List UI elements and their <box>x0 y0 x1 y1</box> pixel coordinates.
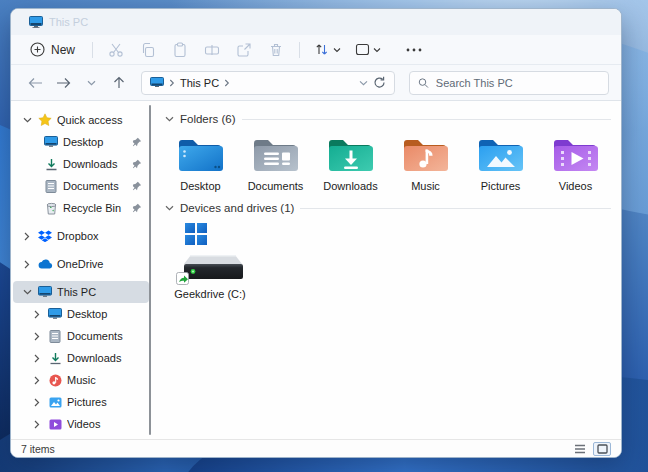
sidebar-item-quick-access[interactable]: Quick access <box>13 109 149 131</box>
folder-label: Videos <box>559 180 592 192</box>
onedrive-cloud-icon <box>38 259 53 269</box>
plus-circle-icon <box>30 42 45 57</box>
folder-tile-videos[interactable]: Videos <box>540 133 611 192</box>
see-more-icon <box>406 48 422 52</box>
sidebar-item-documents-pinned[interactable]: Documents <box>13 175 149 197</box>
items-count: 7 items <box>21 443 55 455</box>
sidebar-item-recycle-bin[interactable]: Recycle Bin <box>13 197 149 219</box>
chevron-right-icon <box>34 332 40 341</box>
toolbar-separator <box>299 42 300 58</box>
refresh-icon[interactable] <box>373 76 386 89</box>
copy-button[interactable] <box>133 39 163 61</box>
title-bar[interactable]: This PC <box>11 9 621 35</box>
window-title: This PC <box>49 16 88 28</box>
sidebar-scrollbar[interactable] <box>149 105 151 435</box>
sidebar-item-downloads[interactable]: Downloads <box>13 347 149 369</box>
folder-label: Documents <box>248 180 304 192</box>
address-bar[interactable]: This PC <box>141 71 395 95</box>
forward-button[interactable] <box>51 71 75 95</box>
chevron-down-icon <box>373 47 381 53</box>
recycle-bin-icon <box>46 202 57 215</box>
thumbnail-view-icon <box>597 444 608 454</box>
dropbox-icon <box>38 230 52 242</box>
chevron-right-icon <box>24 232 30 241</box>
sidebar-item-desktop-pinned[interactable]: Desktop <box>13 131 149 153</box>
chevron-down-icon <box>165 116 174 122</box>
sidebar-item-label: Pictures <box>67 396 143 408</box>
share-button[interactable] <box>229 39 259 61</box>
sidebar-item-videos[interactable]: Videos <box>13 413 149 435</box>
rename-button[interactable] <box>197 39 227 61</box>
folder-tile-pictures[interactable]: Pictures <box>465 133 536 192</box>
sidebar-item-label: Recycle Bin <box>63 202 127 214</box>
desktop-icon <box>44 136 58 148</box>
status-bar: 7 items <box>11 439 621 457</box>
section-divider <box>300 208 611 209</box>
sidebar-item-dropbox[interactable]: Dropbox <box>13 225 149 247</box>
command-toolbar: New <box>11 35 621 65</box>
sidebar-item-label: Documents <box>63 180 127 192</box>
pin-icon <box>132 181 142 191</box>
sidebar-item-label: Dropbox <box>57 230 143 242</box>
folder-tile-music[interactable]: Music <box>390 133 461 192</box>
folder-label: Desktop <box>180 180 220 192</box>
back-button[interactable] <box>23 71 47 95</box>
sidebar-item-documents[interactable]: Documents <box>13 325 149 347</box>
drive-label: Geekdrive (C:) <box>174 288 246 300</box>
folders-section-header[interactable]: Folders (6) <box>165 113 611 125</box>
items-view: Folders (6) Desktop <box>151 101 621 439</box>
search-box[interactable] <box>409 71 609 95</box>
sidebar-item-downloads-pinned[interactable]: Downloads <box>13 153 149 175</box>
desktop-icon <box>48 308 62 320</box>
document-icon <box>45 180 57 193</box>
chevron-right-icon <box>34 354 40 363</box>
system-drive-icon <box>173 222 247 286</box>
thumbnail-view-button[interactable] <box>593 442 611 456</box>
paste-button[interactable] <box>165 39 195 61</box>
cut-button[interactable] <box>101 39 131 61</box>
details-view-button[interactable] <box>571 442 589 456</box>
desktop-folder-icon <box>176 135 226 175</box>
back-arrow-icon <box>28 77 43 89</box>
sort-icon <box>314 42 330 57</box>
sort-button[interactable] <box>308 39 347 60</box>
sidebar-item-label: Quick access <box>57 114 143 126</box>
sidebar-item-music[interactable]: Music <box>13 369 149 391</box>
address-dropdown-icon[interactable] <box>359 80 368 86</box>
see-more-button[interactable] <box>399 39 429 61</box>
sidebar-item-label: OneDrive <box>57 258 143 270</box>
sidebar-item-onedrive[interactable]: OneDrive <box>13 253 149 275</box>
sidebar-item-label: Documents <box>67 330 143 342</box>
videos-icon <box>49 418 62 431</box>
folder-tile-documents[interactable]: Documents <box>240 133 311 192</box>
chevron-right-icon <box>34 376 40 385</box>
up-arrow-icon <box>113 76 125 89</box>
sidebar-item-pictures[interactable]: Pictures <box>13 391 149 413</box>
delete-button[interactable] <box>261 39 291 61</box>
star-icon <box>38 113 52 127</box>
search-input[interactable] <box>436 77 600 89</box>
search-icon <box>418 77 429 89</box>
shortcut-overlay-icon <box>177 273 189 285</box>
sidebar-item-desktop[interactable]: Desktop <box>13 303 149 325</box>
pin-icon <box>132 203 142 213</box>
sidebar-item-this-pc[interactable]: This PC <box>13 281 149 303</box>
new-button[interactable]: New <box>21 39 84 60</box>
folder-tile-downloads[interactable]: Downloads <box>315 133 386 192</box>
sidebar-item-label: Downloads <box>63 158 127 170</box>
file-explorer-window: This PC New <box>10 8 622 458</box>
forward-arrow-icon <box>56 77 71 89</box>
breadcrumb[interactable]: This PC <box>180 77 219 89</box>
devices-section-header[interactable]: Devices and drives (1) <box>165 202 611 214</box>
sidebar-item-label: Downloads <box>67 352 143 364</box>
sidebar-item-label: Videos <box>67 418 143 430</box>
view-button[interactable] <box>349 40 387 59</box>
details-view-icon <box>574 444 586 454</box>
folder-tile-desktop[interactable]: Desktop <box>165 133 236 192</box>
drive-tile-c[interactable]: Geekdrive (C:) <box>165 222 255 300</box>
navigation-pane: Quick access Desktop Downloads Documents <box>11 101 151 439</box>
download-icon <box>49 352 62 365</box>
recent-locations-button[interactable] <box>79 71 103 95</box>
sidebar-item-label: Desktop <box>63 136 127 148</box>
up-button[interactable] <box>107 71 131 95</box>
